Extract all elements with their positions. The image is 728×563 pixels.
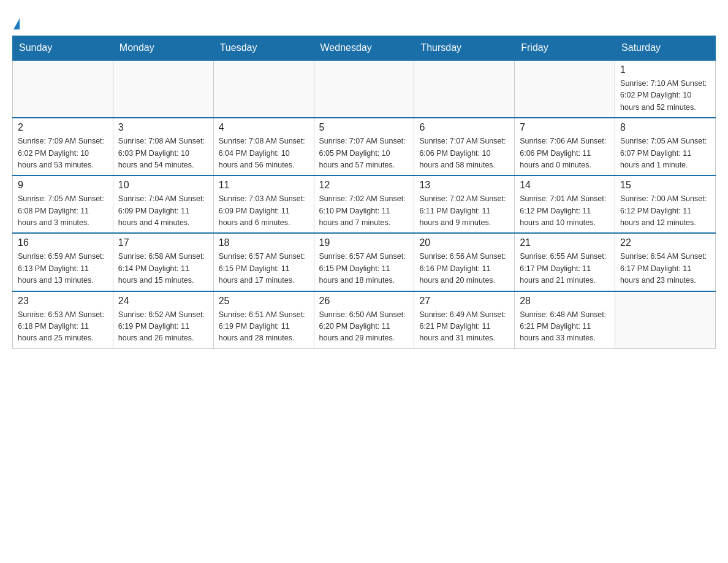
day-number: 12 — [319, 180, 409, 191]
day-info: Sunrise: 7:05 AM Sunset: 6:08 PM Dayligh… — [18, 193, 108, 229]
day-info: Sunrise: 7:08 AM Sunset: 6:04 PM Dayligh… — [219, 136, 309, 171]
day-cell: 13Sunrise: 7:02 AM Sunset: 6:11 PM Dayli… — [414, 175, 515, 233]
day-info: Sunrise: 6:59 AM Sunset: 6:13 PM Dayligh… — [18, 251, 108, 286]
day-cell: 27Sunrise: 6:49 AM Sunset: 6:21 PM Dayli… — [414, 291, 515, 349]
calendar-table: SundayMondayTuesdayWednesdayThursdayFrid… — [12, 36, 716, 349]
day-info: Sunrise: 7:07 AM Sunset: 6:05 PM Dayligh… — [319, 136, 409, 171]
day-info: Sunrise: 7:09 AM Sunset: 6:02 PM Dayligh… — [18, 136, 108, 171]
day-cell: 14Sunrise: 7:01 AM Sunset: 6:12 PM Dayli… — [515, 175, 615, 233]
day-info: Sunrise: 6:56 AM Sunset: 6:16 PM Dayligh… — [419, 251, 509, 286]
header-sunday: Sunday — [13, 36, 113, 61]
day-info: Sunrise: 6:48 AM Sunset: 6:21 PM Dayligh… — [520, 309, 610, 345]
header-saturday: Saturday — [615, 36, 716, 61]
day-number: 6 — [419, 122, 509, 133]
day-cell: 20Sunrise: 6:56 AM Sunset: 6:16 PM Dayli… — [414, 233, 515, 291]
day-number: 9 — [18, 180, 108, 191]
day-cell: 7Sunrise: 7:06 AM Sunset: 6:06 PM Daylig… — [515, 118, 615, 175]
day-cell: 5Sunrise: 7:07 AM Sunset: 6:05 PM Daylig… — [314, 118, 414, 175]
header-tuesday: Tuesday — [213, 36, 314, 61]
day-number: 20 — [419, 237, 509, 248]
day-cell: 6Sunrise: 7:07 AM Sunset: 6:06 PM Daylig… — [414, 118, 515, 175]
day-number: 2 — [18, 122, 108, 133]
header-monday: Monday — [113, 36, 213, 61]
day-cell: 19Sunrise: 6:57 AM Sunset: 6:15 PM Dayli… — [314, 233, 414, 291]
day-cell: 4Sunrise: 7:08 AM Sunset: 6:04 PM Daylig… — [213, 118, 314, 175]
day-number: 15 — [620, 180, 710, 191]
day-info: Sunrise: 6:55 AM Sunset: 6:17 PM Dayligh… — [520, 251, 610, 286]
header-wednesday: Wednesday — [314, 36, 414, 61]
day-number: 4 — [219, 122, 309, 133]
day-info: Sunrise: 7:00 AM Sunset: 6:12 PM Dayligh… — [620, 193, 710, 229]
day-info: Sunrise: 7:02 AM Sunset: 6:10 PM Dayligh… — [319, 193, 409, 229]
day-number: 19 — [319, 237, 409, 248]
header-row: SundayMondayTuesdayWednesdayThursdayFrid… — [13, 36, 716, 61]
day-cell: 17Sunrise: 6:58 AM Sunset: 6:14 PM Dayli… — [113, 233, 213, 291]
day-info: Sunrise: 7:02 AM Sunset: 6:11 PM Dayligh… — [419, 193, 509, 229]
day-info: Sunrise: 7:04 AM Sunset: 6:09 PM Dayligh… — [118, 193, 208, 229]
day-info: Sunrise: 6:57 AM Sunset: 6:15 PM Dayligh… — [219, 251, 309, 286]
day-info: Sunrise: 7:05 AM Sunset: 6:07 PM Dayligh… — [620, 136, 710, 171]
day-info: Sunrise: 6:57 AM Sunset: 6:15 PM Dayligh… — [319, 251, 409, 286]
day-number: 11 — [219, 180, 309, 191]
day-cell: 24Sunrise: 6:52 AM Sunset: 6:19 PM Dayli… — [113, 291, 213, 349]
day-cell — [515, 60, 615, 118]
day-number: 13 — [419, 180, 509, 191]
day-number: 7 — [520, 122, 610, 133]
day-number: 3 — [118, 122, 208, 133]
day-info: Sunrise: 6:49 AM Sunset: 6:21 PM Dayligh… — [419, 309, 509, 345]
day-cell: 18Sunrise: 6:57 AM Sunset: 6:15 PM Dayli… — [213, 233, 314, 291]
day-number: 10 — [118, 180, 208, 191]
day-info: Sunrise: 6:52 AM Sunset: 6:19 PM Dayligh… — [118, 309, 208, 345]
day-number: 17 — [118, 237, 208, 248]
day-cell: 22Sunrise: 6:54 AM Sunset: 6:17 PM Dayli… — [615, 233, 716, 291]
day-cell: 9Sunrise: 7:05 AM Sunset: 6:08 PM Daylig… — [13, 175, 113, 233]
header-thursday: Thursday — [414, 36, 515, 61]
day-cell — [314, 60, 414, 118]
day-number: 22 — [620, 237, 710, 248]
day-cell — [113, 60, 213, 118]
day-number: 14 — [520, 180, 610, 191]
day-info: Sunrise: 7:06 AM Sunset: 6:06 PM Dayligh… — [520, 136, 610, 171]
page-header — [12, 12, 716, 26]
day-number: 24 — [118, 296, 208, 307]
logo — [12, 18, 20, 26]
day-number: 1 — [620, 64, 710, 75]
day-info: Sunrise: 7:10 AM Sunset: 6:02 PM Dayligh… — [620, 78, 710, 113]
day-info: Sunrise: 7:03 AM Sunset: 6:09 PM Dayligh… — [219, 193, 309, 229]
day-cell: 3Sunrise: 7:08 AM Sunset: 6:03 PM Daylig… — [113, 118, 213, 175]
day-cell: 8Sunrise: 7:05 AM Sunset: 6:07 PM Daylig… — [615, 118, 716, 175]
day-cell: 11Sunrise: 7:03 AM Sunset: 6:09 PM Dayli… — [213, 175, 314, 233]
day-number: 5 — [319, 122, 409, 133]
week-row-4: 16Sunrise: 6:59 AM Sunset: 6:13 PM Dayli… — [13, 233, 716, 291]
day-cell — [213, 60, 314, 118]
day-info: Sunrise: 6:50 AM Sunset: 6:20 PM Dayligh… — [319, 309, 409, 345]
day-info: Sunrise: 6:51 AM Sunset: 6:19 PM Dayligh… — [219, 309, 309, 345]
day-cell: 26Sunrise: 6:50 AM Sunset: 6:20 PM Dayli… — [314, 291, 414, 349]
day-cell: 1Sunrise: 7:10 AM Sunset: 6:02 PM Daylig… — [615, 60, 716, 118]
day-info: Sunrise: 7:08 AM Sunset: 6:03 PM Dayligh… — [118, 136, 208, 171]
week-row-2: 2Sunrise: 7:09 AM Sunset: 6:02 PM Daylig… — [13, 118, 716, 175]
day-cell — [13, 60, 113, 118]
day-number: 21 — [520, 237, 610, 248]
day-number: 25 — [219, 296, 309, 307]
day-number: 16 — [18, 237, 108, 248]
day-number: 8 — [620, 122, 710, 133]
day-info: Sunrise: 6:58 AM Sunset: 6:14 PM Dayligh… — [118, 251, 208, 286]
day-number: 23 — [18, 296, 108, 307]
header-friday: Friday — [515, 36, 615, 61]
day-cell: 28Sunrise: 6:48 AM Sunset: 6:21 PM Dayli… — [515, 291, 615, 349]
day-cell — [615, 291, 716, 349]
day-info: Sunrise: 7:07 AM Sunset: 6:06 PM Dayligh… — [419, 136, 509, 171]
week-row-5: 23Sunrise: 6:53 AM Sunset: 6:18 PM Dayli… — [13, 291, 716, 349]
day-cell: 12Sunrise: 7:02 AM Sunset: 6:10 PM Dayli… — [314, 175, 414, 233]
day-info: Sunrise: 6:53 AM Sunset: 6:18 PM Dayligh… — [18, 309, 108, 345]
day-cell: 16Sunrise: 6:59 AM Sunset: 6:13 PM Dayli… — [13, 233, 113, 291]
day-cell — [414, 60, 515, 118]
day-cell: 2Sunrise: 7:09 AM Sunset: 6:02 PM Daylig… — [13, 118, 113, 175]
day-cell: 10Sunrise: 7:04 AM Sunset: 6:09 PM Dayli… — [113, 175, 213, 233]
day-cell: 15Sunrise: 7:00 AM Sunset: 6:12 PM Dayli… — [615, 175, 716, 233]
day-number: 18 — [219, 237, 309, 248]
day-cell: 21Sunrise: 6:55 AM Sunset: 6:17 PM Dayli… — [515, 233, 615, 291]
day-number: 26 — [319, 296, 409, 307]
day-number: 27 — [419, 296, 509, 307]
